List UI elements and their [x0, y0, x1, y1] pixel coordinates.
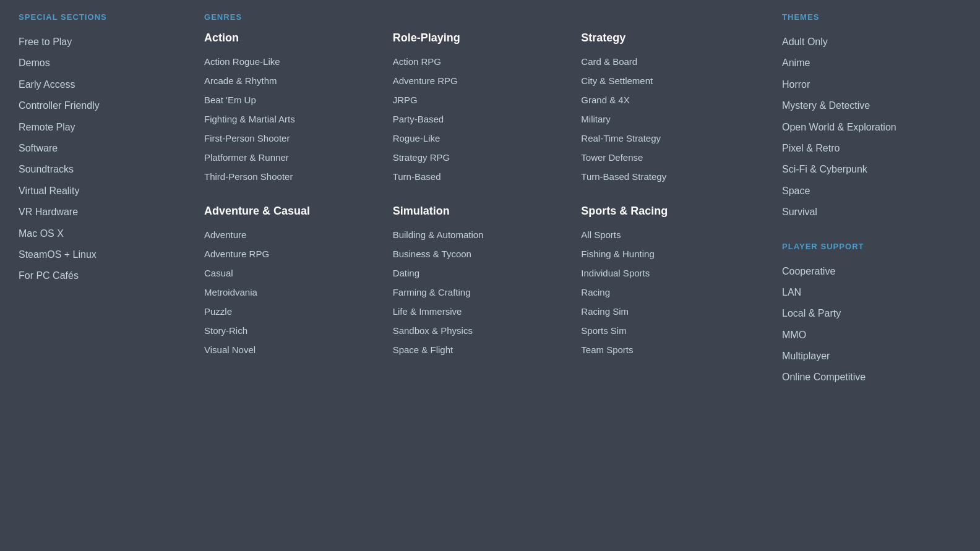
genre-section-heading: Simulation: [393, 205, 569, 218]
genre-link[interactable]: Sports Sim: [581, 321, 757, 340]
genre-section: StrategyCard & BoardCity & SettlementGra…: [581, 32, 757, 186]
genre-link[interactable]: Life & Immersive: [393, 302, 569, 321]
genre-link[interactable]: Dating: [393, 263, 569, 283]
genre-link[interactable]: Puzzle: [204, 302, 380, 321]
theme-link[interactable]: Mystery & Detective: [782, 95, 961, 116]
themes-heading: THEMES: [782, 12, 961, 22]
genre-link[interactable]: Third-Person Shooter: [204, 167, 380, 186]
player-support-link[interactable]: Multiplayer: [782, 346, 961, 367]
genre-link[interactable]: Arcade & Rhythm: [204, 71, 380, 90]
genre-section-heading: Sports & Racing: [581, 205, 757, 218]
special-section-link[interactable]: Controller Friendly: [19, 95, 179, 116]
special-section-link[interactable]: Remote Play: [19, 117, 179, 138]
genre-link[interactable]: Business & Tycoon: [393, 244, 569, 263]
theme-link[interactable]: Anime: [782, 53, 961, 74]
genre-section-heading: Strategy: [581, 32, 757, 45]
player-support-section: PLAYER SUPPORT CooperativeLANLocal & Par…: [782, 242, 961, 388]
genre-link[interactable]: City & Settlement: [581, 71, 757, 90]
themes-section: THEMES Adult OnlyAnimeHorrorMystery & De…: [782, 12, 961, 223]
genre-link[interactable]: Metroidvania: [204, 283, 380, 302]
genre-link[interactable]: Individual Sports: [581, 263, 757, 283]
genre-link[interactable]: Party-Based: [393, 109, 569, 129]
genre-link[interactable]: Platformer & Runner: [204, 148, 380, 167]
genre-link[interactable]: JRPG: [393, 90, 569, 109]
player-support-link[interactable]: Local & Party: [782, 303, 961, 324]
special-section-link[interactable]: VR Hardware: [19, 202, 179, 223]
genres-column-1: Role-PlayingAction RPGAdventure RPGJRPGP…: [393, 32, 569, 378]
genre-link[interactable]: Beat 'Em Up: [204, 90, 380, 109]
genre-link[interactable]: Story-Rich: [204, 321, 380, 340]
genre-link[interactable]: All Sports: [581, 225, 757, 244]
special-sections-list: Free to PlayDemosEarly AccessController …: [19, 32, 179, 287]
genre-link[interactable]: Card & Board: [581, 52, 757, 71]
special-section-link[interactable]: SteamOS + Linux: [19, 244, 179, 265]
special-section-link[interactable]: For PC Cafés: [19, 265, 179, 286]
genre-link[interactable]: Real-Time Strategy: [581, 129, 757, 148]
special-sections-heading: SPECIAL SECTIONS: [19, 12, 179, 22]
genre-link[interactable]: Fighting & Martial Arts: [204, 109, 380, 129]
genre-link[interactable]: Adventure RPG: [393, 71, 569, 90]
theme-link[interactable]: Adult Only: [782, 32, 961, 53]
genre-link[interactable]: Strategy RPG: [393, 148, 569, 167]
genre-section-heading: Action: [204, 32, 380, 45]
genre-link[interactable]: Action Rogue-Like: [204, 52, 380, 71]
player-support-link[interactable]: LAN: [782, 282, 961, 303]
genres-column-0: ActionAction Rogue-LikeArcade & RhythmBe…: [204, 32, 380, 378]
genre-link[interactable]: Racing Sim: [581, 302, 757, 321]
genre-link[interactable]: Farming & Crafting: [393, 283, 569, 302]
special-section-link[interactable]: Software: [19, 138, 179, 159]
themes-list: Adult OnlyAnimeHorrorMystery & Detective…: [782, 32, 961, 223]
special-section-link[interactable]: Demos: [19, 53, 179, 74]
genre-section: Role-PlayingAction RPGAdventure RPGJRPGP…: [393, 32, 569, 186]
special-section-link[interactable]: Virtual Reality: [19, 181, 179, 202]
main-layout: SPECIAL SECTIONS Free to PlayDemosEarly …: [19, 12, 961, 407]
genre-link[interactable]: Sandbox & Physics: [393, 321, 569, 340]
genre-link[interactable]: Adventure RPG: [204, 244, 380, 263]
theme-link[interactable]: Open World & Exploration: [782, 117, 961, 138]
genre-link[interactable]: Visual Novel: [204, 340, 380, 359]
genre-section-heading: Role-Playing: [393, 32, 569, 45]
genre-link[interactable]: Turn-Based: [393, 167, 569, 186]
genre-link[interactable]: Team Sports: [581, 340, 757, 359]
genre-link[interactable]: Tower Defense: [581, 148, 757, 167]
genre-link[interactable]: Military: [581, 109, 757, 129]
genre-link[interactable]: Casual: [204, 263, 380, 283]
theme-link[interactable]: Pixel & Retro: [782, 138, 961, 159]
special-section-link[interactable]: Early Access: [19, 74, 179, 95]
theme-link[interactable]: Sci-Fi & Cyberpunk: [782, 159, 961, 180]
genre-link[interactable]: Adventure: [204, 225, 380, 244]
genre-section: ActionAction Rogue-LikeArcade & RhythmBe…: [204, 32, 380, 186]
genre-section: Sports & RacingAll SportsFishing & Hunti…: [581, 205, 757, 359]
genre-link[interactable]: Rogue-Like: [393, 129, 569, 148]
player-support-heading: PLAYER SUPPORT: [782, 242, 961, 251]
player-support-link[interactable]: Online Competitive: [782, 367, 961, 388]
genre-link[interactable]: Grand & 4X: [581, 90, 757, 109]
genre-link[interactable]: Building & Automation: [393, 225, 569, 244]
genre-link[interactable]: Action RPG: [393, 52, 569, 71]
theme-link[interactable]: Horror: [782, 74, 961, 95]
genres-grid: ActionAction Rogue-LikeArcade & RhythmBe…: [204, 32, 757, 378]
player-support-link[interactable]: MMO: [782, 325, 961, 346]
genre-link[interactable]: Fishing & Hunting: [581, 244, 757, 263]
genres-column-2: StrategyCard & BoardCity & SettlementGra…: [581, 32, 757, 378]
special-section-link[interactable]: Soundtracks: [19, 159, 179, 180]
special-sections-column: SPECIAL SECTIONS Free to PlayDemosEarly …: [19, 12, 192, 407]
player-support-link[interactable]: Cooperative: [782, 261, 961, 282]
genres-heading: GENRES: [204, 12, 757, 22]
genre-section-heading: Adventure & Casual: [204, 205, 380, 218]
theme-link[interactable]: Survival: [782, 202, 961, 223]
genre-link[interactable]: First-Person Shooter: [204, 129, 380, 148]
special-section-link[interactable]: Free to Play: [19, 32, 179, 53]
right-column: THEMES Adult OnlyAnimeHorrorMystery & De…: [770, 12, 961, 407]
genre-link[interactable]: Space & Flight: [393, 340, 569, 359]
special-section-link[interactable]: Mac OS X: [19, 223, 179, 244]
genre-link[interactable]: Turn-Based Strategy: [581, 167, 757, 186]
genres-column: GENRES ActionAction Rogue-LikeArcade & R…: [192, 12, 770, 407]
genre-link[interactable]: Racing: [581, 283, 757, 302]
genre-section: Adventure & CasualAdventureAdventure RPG…: [204, 205, 380, 359]
player-support-list: CooperativeLANLocal & PartyMMOMultiplaye…: [782, 261, 961, 388]
theme-link[interactable]: Space: [782, 181, 961, 202]
genre-section: SimulationBuilding & AutomationBusiness …: [393, 205, 569, 359]
